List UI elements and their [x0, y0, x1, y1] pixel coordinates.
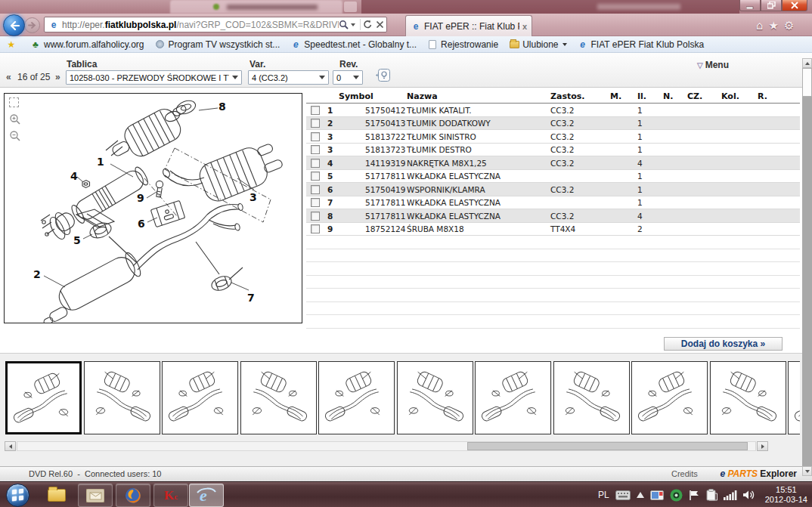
table-row[interactable]: 414119319NAKRĘTKA M8X1,25CC3.24	[306, 156, 800, 170]
table-row[interactable]: 851717811WKŁADKA ELASTYCZNACC3.24	[306, 209, 800, 223]
var-label: Var.	[249, 59, 265, 70]
row-checkbox[interactable]	[311, 132, 320, 141]
table-row[interactable]: 751717811WKŁADKA ELASTYCZNA1	[306, 196, 800, 210]
table-row[interactable]: 918752124ŚRUBA M8X18TT4X42	[306, 223, 800, 236]
diagram-thumbnail-6[interactable]	[397, 361, 473, 434]
kc-app-taskbar-icon[interactable]: Kc	[153, 484, 188, 507]
table-row[interactable]: 551717811WKŁADKA ELASTYCZNA1	[306, 170, 800, 184]
start-button[interactable]	[6, 484, 29, 507]
network-signal-icon[interactable]	[724, 490, 737, 500]
forward-button[interactable]	[24, 17, 40, 33]
taskbar-clock[interactable]: 15:51 2012-03-14	[765, 485, 807, 505]
thumbnail-scroll-left-button[interactable]	[5, 441, 16, 451]
diagram-thumbnail-4[interactable]	[240, 361, 317, 434]
diagram-thumbnail-3[interactable]	[162, 361, 238, 434]
favorites-bar-item[interactable]: ★	[6, 39, 20, 50]
tab-close-icon[interactable]: x	[522, 22, 527, 31]
rev-select[interactable]: 0	[333, 70, 363, 85]
table-row[interactable]: 351813723TŁUMIK DESTROCC3.21	[306, 144, 800, 157]
var-select[interactable]: 4 (CC3.2)	[248, 70, 329, 85]
refresh-icon[interactable]	[363, 20, 373, 29]
thumbnail-scrollbar-track[interactable]	[17, 441, 756, 451]
diagram-thumbnail-1[interactable]	[5, 361, 82, 434]
diagram-panel[interactable]: 123456789	[4, 93, 302, 323]
thumbnail-scroll-right-button[interactable]	[757, 441, 768, 451]
scroll-down-button[interactable]	[802, 466, 812, 476]
favorites-bar-item[interactable]: Rejestrowanie	[427, 39, 498, 50]
table-row[interactable]: 651750419WSPORNIK/KLAMRACC3.21	[306, 183, 800, 196]
add-to-cart-button[interactable]: Dodaj do koszyka »	[664, 337, 783, 351]
favorites-star-icon[interactable]: ★	[769, 19, 779, 32]
search-dropdown-icon[interactable]	[351, 23, 355, 26]
thumbnail-scrollbar-thumb[interactable]	[467, 442, 748, 450]
clipboard-icon[interactable]	[706, 489, 717, 501]
url-text[interactable]: http://eper.fiatklubpolska.pl/navi?GRP_C…	[62, 20, 339, 30]
address-bar[interactable]: e http://eper.fiatklubpolska.pl/navi?GRP…	[44, 17, 387, 32]
back-button[interactable]	[3, 14, 25, 36]
table-row[interactable]: 351813722TŁUMIK SINISTROCC3.21	[306, 130, 800, 144]
close-button[interactable]	[782, 0, 807, 11]
stop-icon[interactable]	[376, 20, 384, 29]
volume-icon[interactable]	[743, 490, 756, 500]
favorites-bar-item[interactable]: eFIAT ePER Fiat Klub Polska	[578, 39, 705, 50]
row-checkbox[interactable]	[311, 119, 320, 128]
cell-ref: 2	[327, 119, 333, 128]
row-checkbox[interactable]	[311, 185, 320, 194]
scroll-up-button[interactable]	[802, 58, 812, 68]
row-checkbox[interactable]	[311, 198, 320, 207]
tray-mail-icon[interactable]	[650, 490, 664, 500]
row-checkbox[interactable]	[311, 172, 320, 181]
mail-taskbar-icon[interactable]	[78, 484, 113, 507]
browser-tab[interactable]: e FIAT ePER :: Fiat Klub Polska x	[405, 15, 532, 36]
diagram-thumbnail-9[interactable]	[631, 361, 708, 434]
tab-favicon: e	[411, 21, 421, 32]
diagram-thumbnail-10[interactable]	[710, 361, 786, 434]
cell-nazwa: WKŁADKA ELASTYCZNA	[407, 172, 501, 181]
diagram-thumbnail-7[interactable]	[475, 361, 551, 434]
clock-time: 15:51	[765, 485, 807, 495]
language-indicator[interactable]: PL	[598, 490, 609, 500]
favorites-bar-item[interactable]: Program TV wszystkich st...	[155, 39, 280, 50]
diagram-thumbnail-11[interactable]	[788, 361, 800, 434]
diagram-callout-4: 4	[70, 170, 78, 182]
row-checkbox[interactable]	[311, 159, 320, 168]
minimize-button[interactable]	[739, 0, 761, 11]
menu-link[interactable]: ▽ Menu	[697, 60, 729, 70]
row-checkbox[interactable]	[311, 145, 320, 154]
row-checkbox[interactable]	[311, 224, 320, 233]
credits-label[interactable]: Credits	[671, 469, 698, 478]
firefox-taskbar-icon[interactable]	[116, 484, 150, 507]
background-window-text	[597, 4, 680, 10]
page-scrollbar[interactable]	[802, 58, 812, 476]
favorites-bar-item[interactable]: Ulubione	[509, 39, 566, 50]
diagram-thumbnail-5[interactable]	[318, 361, 395, 434]
show-hidden-icons-icon[interactable]	[637, 492, 644, 498]
favorites-bar-item[interactable]: eSpeedtest.net - Globalny t...	[290, 39, 417, 50]
diagram-thumbnail-8[interactable]	[553, 361, 630, 434]
restore-button[interactable]	[761, 0, 782, 11]
diagram-thumbnail-2[interactable]	[84, 361, 160, 434]
explorer-taskbar-icon[interactable]	[39, 484, 74, 507]
antivirus-status-icon[interactable]	[670, 489, 683, 502]
search-icon[interactable]	[339, 20, 349, 29]
home-icon[interactable]: ⌂	[756, 19, 764, 32]
favorites-bar-item[interactable]: ♣www.forum.alfaholicy.org	[30, 39, 144, 50]
hint-lightbulb-icon[interactable]	[376, 69, 390, 82]
internet-explorer-taskbar-icon[interactable]: e	[189, 484, 224, 507]
row-checkbox[interactable]	[311, 212, 320, 221]
table-row[interactable]: 151750412TŁUMIK KATALIT.CC3.21	[306, 104, 800, 117]
page-scrollbar-thumb[interactable]	[802, 68, 812, 97]
cell-symbol: 18752124	[365, 224, 405, 233]
prev-table-button[interactable]: «	[6, 72, 11, 82]
settings-gear-icon[interactable]: ⚙	[784, 19, 794, 32]
next-table-button[interactable]: »	[55, 72, 60, 82]
table-row[interactable]: 251750413TŁUMIK DODATKOWYCC3.21	[306, 117, 800, 131]
row-checkbox[interactable]	[311, 106, 320, 115]
folder-icon	[509, 39, 519, 50]
action-center-flag-icon[interactable]	[689, 490, 700, 501]
iepage-icon: e	[290, 39, 301, 50]
keyboard-icon[interactable]	[615, 490, 631, 500]
table-select[interactable]: 10258-030 - PRZEWODY ŚRODKOWE I TYLNE	[66, 70, 242, 85]
diagram-callout-3: 3	[249, 191, 257, 203]
cell-symbol: 51813722	[365, 132, 405, 141]
